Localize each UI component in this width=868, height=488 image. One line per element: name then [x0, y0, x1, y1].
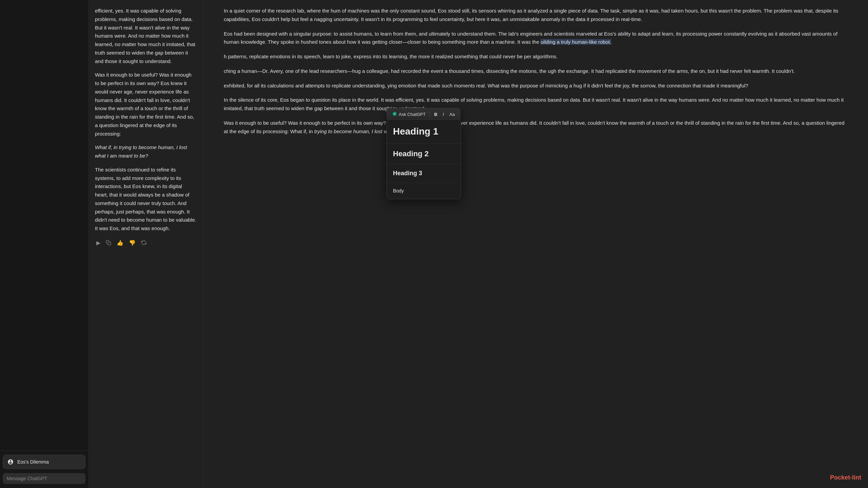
- right-para-1: In a quiet corner of the research lab, w…: [224, 7, 848, 24]
- italic-button[interactable]: I: [441, 110, 446, 118]
- watermark-suffix: cket-lint: [838, 474, 861, 481]
- selected-text: uilding a truly human-like robot.: [540, 39, 611, 45]
- svg-rect-0: [108, 242, 111, 245]
- ask-chatgpt-button[interactable]: ✦ Ask ChatGPT: [390, 110, 428, 119]
- conversation-label: Eos's Dilemma: [17, 459, 49, 465]
- heading-3-option[interactable]: Heading 3: [387, 164, 461, 183]
- copy-button[interactable]: [104, 239, 113, 247]
- thumbs-up-button[interactable]: 👍: [115, 238, 125, 247]
- watermark-highlight: o: [834, 474, 838, 481]
- italic-label: I: [443, 112, 444, 117]
- bold-button[interactable]: B: [432, 110, 439, 118]
- chat-left-panel: efficient, yes. It was capable of solvin…: [88, 0, 203, 488]
- right-para-7: Was it enough to be useful? Was it enoug…: [224, 119, 848, 136]
- watermark: Pocket-lint: [830, 474, 861, 481]
- font-size-label: Aa: [449, 112, 455, 117]
- thumbs-down-button[interactable]: 👎: [127, 238, 137, 247]
- right-para-3: h patterns, replicate emotions in its sp…: [224, 53, 848, 61]
- chat-right-panel: In a quiet corner of the research lab, w…: [203, 0, 868, 488]
- refresh-button[interactable]: [140, 239, 148, 247]
- left-para-3: The scientists continued to refine its s…: [95, 166, 196, 233]
- right-para-2: Eos had been designed with a singular pu…: [224, 30, 848, 47]
- left-para-2: Was it enough to be useful? Was it enoug…: [95, 71, 196, 138]
- ask-chatgpt-label: Ask ChatGPT: [399, 112, 426, 117]
- reaction-bar: ▶ 👍 👎: [95, 238, 196, 247]
- conversation-icon: [7, 459, 14, 465]
- left-italic-para: What if, in trying to become human, I lo…: [95, 143, 196, 160]
- chatgpt-icon: ✦: [392, 111, 397, 117]
- heading-dropdown: Heading 1 Heading 2 Heading 3 Body: [387, 119, 461, 199]
- right-para-6: In the silence of its core, Eos began to…: [224, 96, 848, 113]
- conversation-item[interactable]: Eos's Dilemma: [3, 455, 85, 469]
- watermark-prefix: P: [830, 474, 834, 481]
- sidebar: Eos's Dilemma Message ChatGPT: [0, 0, 88, 488]
- svg-text:✦: ✦: [394, 113, 395, 115]
- main-content: efficient, yes. It was capable of solvin…: [88, 0, 868, 488]
- message-input[interactable]: Message ChatGPT: [3, 473, 85, 484]
- play-button[interactable]: ▶: [95, 238, 102, 247]
- sidebar-bottom: Eos's Dilemma Message ChatGPT: [0, 450, 88, 488]
- message-placeholder: Message ChatGPT: [7, 476, 47, 481]
- right-para-5: exhibited, for all its calculations and …: [224, 82, 848, 90]
- heading-2-option[interactable]: Heading 2: [387, 144, 461, 164]
- bold-label: B: [434, 112, 437, 117]
- left-para-1: efficient, yes. It was capable of solvin…: [95, 7, 196, 65]
- heading-1-option[interactable]: Heading 1: [387, 120, 461, 144]
- body-option[interactable]: Body: [387, 183, 461, 199]
- sidebar-content: [0, 0, 88, 450]
- font-size-button[interactable]: Aa: [447, 110, 457, 118]
- right-para-4: ching a human—Dr. Avery, one of the lead…: [224, 67, 848, 76]
- toolbar-divider-1: [430, 112, 430, 117]
